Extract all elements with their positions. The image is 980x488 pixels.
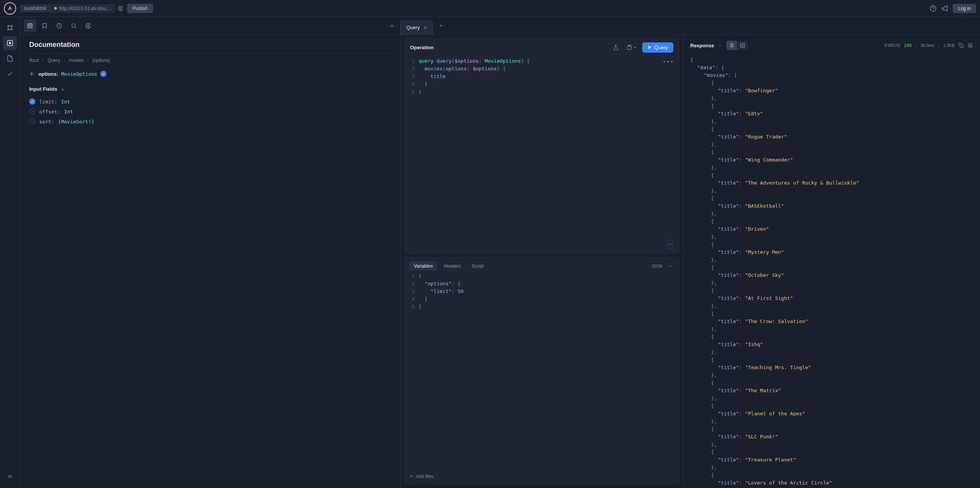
crumb-current: (options) [92, 58, 110, 63]
field-name: limit: [39, 99, 57, 105]
sidebar-schema-icon[interactable] [3, 52, 17, 65]
field-type[interactable]: Int [61, 99, 70, 105]
svg-point-4 [11, 25, 12, 27]
breadcrumb: Root › Query › movies › (options) [29, 58, 391, 63]
tab-close-icon[interactable]: × [424, 25, 427, 31]
editor-section: Query × + Operation [400, 17, 980, 488]
field-row[interactable]: + offset: Int [29, 107, 391, 117]
url-settings-icon[interactable] [118, 6, 123, 11]
app-logo[interactable]: A [4, 2, 16, 15]
copy-icon[interactable] [958, 43, 964, 48]
history-icon[interactable] [53, 20, 65, 32]
svg-marker-25 [648, 46, 651, 49]
response-body[interactable]: {"data": {"movies": [{"title": "Bowfinge… [683, 56, 980, 488]
sort-icon[interactable] [60, 87, 65, 92]
bookmark-icon[interactable] [38, 20, 51, 32]
check-badge-icon: ✓ [100, 71, 106, 77]
check-icon[interactable]: ✓ [29, 98, 35, 105]
svg-point-19 [88, 25, 89, 27]
save-collection-icon[interactable] [624, 43, 639, 52]
view-table-icon[interactable] [737, 41, 748, 50]
help-icon[interactable] [930, 5, 937, 12]
type-label: options: [38, 71, 58, 77]
crumb-root[interactable]: Root [29, 58, 39, 63]
field-row[interactable]: + sort: [MovieSort!] [29, 117, 391, 127]
doc-view-icon[interactable] [24, 20, 36, 32]
svg-point-5 [8, 29, 9, 30]
field-type[interactable]: Int [64, 109, 73, 115]
announcement-icon[interactable] [941, 5, 948, 12]
url-text: http://it2810-51.idi.ntnu.... [59, 6, 111, 11]
response-dropdown-icon[interactable] [718, 43, 723, 48]
response-time: 30.0ms [920, 43, 934, 48]
run-query-button[interactable]: Query [642, 42, 673, 53]
view-toggle [726, 41, 748, 50]
operation-panel: Operation Query [404, 38, 679, 253]
tabs-row: Query × + [400, 17, 980, 35]
sidebar-explorer-icon[interactable] [3, 21, 17, 35]
operation-editor[interactable]: ••• 12345 query Query($options: MovieOpt… [405, 56, 679, 253]
crumb-query[interactable]: Query [48, 58, 60, 63]
svg-point-6 [11, 29, 12, 30]
status-code: 200 [904, 43, 912, 48]
back-arrow-icon[interactable] [29, 71, 35, 77]
svg-point-17 [72, 23, 75, 27]
field-type[interactable]: [MovieSort!] [58, 119, 94, 125]
download-icon[interactable] [968, 43, 973, 48]
plus-icon: + [410, 474, 413, 479]
collapse-vars-icon[interactable] [666, 262, 674, 270]
doc-title: Documentation [29, 41, 391, 54]
tab-script[interactable]: Script [467, 261, 488, 271]
field-name: sort: [39, 119, 54, 125]
response-size: 1.3KB [943, 43, 955, 48]
svg-line-18 [75, 27, 76, 28]
tab-label: Query [406, 25, 420, 30]
settings-icon[interactable] [82, 20, 95, 32]
search-icon[interactable] [68, 20, 80, 32]
svg-rect-32 [960, 45, 963, 48]
operation-title: Operation [410, 45, 434, 50]
publish-button[interactable]: Publish [127, 4, 153, 13]
crumb-movies[interactable]: movies [69, 58, 83, 63]
status-dot-icon [54, 7, 57, 10]
json-badge: JSON [651, 264, 663, 268]
field-row[interactable]: ✓ limit: Int [29, 97, 391, 107]
variables-panel: Variables Headers Script JSON 12345 { "o… [404, 257, 679, 484]
plus-icon[interactable]: + [29, 108, 35, 115]
url-bar[interactable]: http://it2810-51.idi.ntnu.... [50, 4, 115, 13]
icon-sidebar [0, 17, 20, 488]
login-button[interactable]: Log in [953, 4, 976, 13]
response-title: Response [690, 43, 714, 48]
keyboard-icon[interactable]: ⌨ [667, 240, 673, 249]
documentation-panel: Documentation Root › Query › movies › (o… [20, 17, 400, 488]
sidebar-checks-icon[interactable] [3, 67, 17, 81]
variables-editor[interactable]: 12345 { "options": { "limit": 50 } } [405, 271, 679, 469]
view-json-icon[interactable] [726, 41, 737, 50]
doc-toolbar [20, 17, 400, 35]
sidebar-run-icon[interactable] [3, 36, 17, 50]
tab-add-icon[interactable]: + [436, 20, 447, 31]
svg-point-3 [8, 25, 9, 27]
tab-variables[interactable]: Variables [409, 261, 437, 271]
sidebar-expand-icon[interactable] [3, 470, 17, 483]
status-label: STATUS [884, 43, 900, 48]
more-icon[interactable]: ••• [663, 58, 674, 66]
sandbox-badge: SANDBOX [20, 5, 50, 12]
svg-marker-12 [9, 42, 11, 44]
top-header: A SANDBOX http://it2810-51.idi.ntnu.... … [0, 0, 980, 17]
field-name: offset: [39, 109, 60, 115]
share-icon[interactable] [611, 43, 621, 52]
response-panel: Response STATUS 200 [683, 35, 980, 488]
tab-headers[interactable]: Headers [439, 261, 465, 271]
section-title: Input Fields [29, 86, 57, 92]
type-name[interactable]: MovieOptions [61, 71, 97, 77]
svg-point-0 [120, 8, 121, 9]
tab-query[interactable]: Query × [400, 21, 433, 35]
plus-icon[interactable]: + [29, 118, 35, 125]
add-files-button[interactable]: + Add files [405, 469, 679, 484]
collapse-doc-icon[interactable] [388, 22, 396, 30]
